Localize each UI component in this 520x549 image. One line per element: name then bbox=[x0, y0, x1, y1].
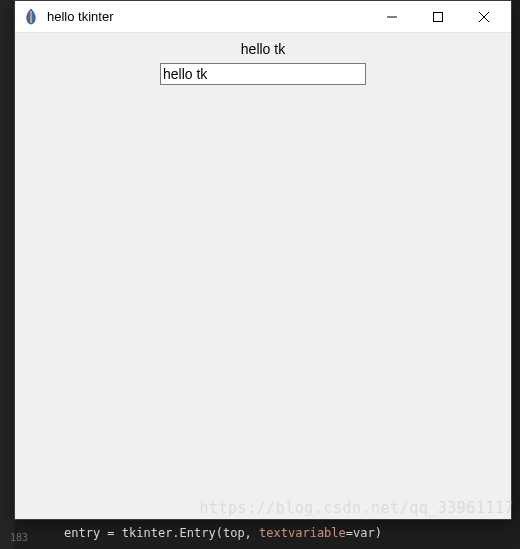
text-entry[interactable] bbox=[160, 63, 366, 85]
code-text-arg: textvariable bbox=[259, 526, 346, 540]
svg-rect-1 bbox=[434, 12, 443, 21]
minimize-button[interactable] bbox=[369, 1, 415, 33]
code-text-plain: entry = tkinter.Entry(top, bbox=[64, 526, 259, 540]
maximize-button[interactable] bbox=[415, 1, 461, 33]
close-button[interactable] bbox=[461, 1, 507, 33]
ide-line-gutter bbox=[0, 0, 14, 549]
code-text-tail: =var) bbox=[346, 526, 382, 540]
window-title: hello tkinter bbox=[47, 9, 369, 24]
window-controls bbox=[369, 1, 507, 32]
client-area: hello tk bbox=[15, 33, 511, 519]
titlebar[interactable]: hello tkinter bbox=[15, 1, 511, 33]
hello-label: hello tk bbox=[241, 39, 285, 63]
csdn-watermark: https://blog.csdn.net/qq_33961117 bbox=[199, 499, 514, 517]
editor-code-line: entry = tkinter.Entry(top, textvariable=… bbox=[14, 523, 520, 543]
tk-feather-icon bbox=[23, 9, 39, 25]
tkinter-window: hello tkinter hello tk bbox=[14, 0, 512, 520]
